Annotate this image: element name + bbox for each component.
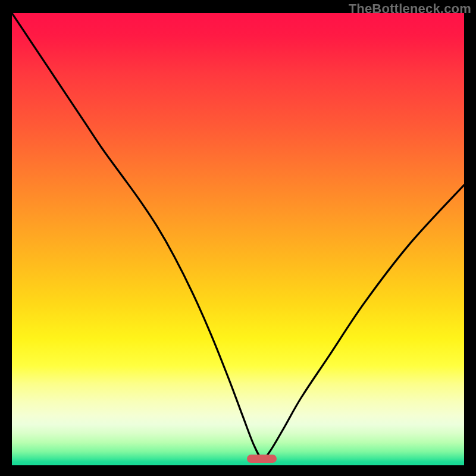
chart-frame: TheBottleneck.com bbox=[0, 0, 476, 476]
optimal-marker bbox=[247, 455, 277, 463]
plot-area bbox=[12, 13, 464, 465]
bottleneck-curve bbox=[12, 13, 464, 465]
